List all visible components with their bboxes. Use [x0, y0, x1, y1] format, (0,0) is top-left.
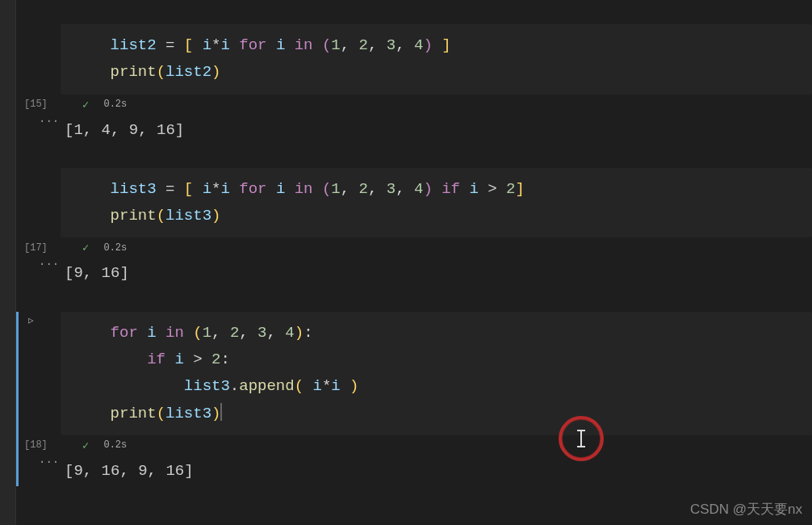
- cell-status: [17] ✓ 0.2s: [24, 237, 812, 258]
- watermark: CSDN @天天要nx: [690, 500, 802, 519]
- cell-status: [18] ✓ 0.2s: [24, 435, 812, 456]
- execution-count: [18]: [24, 439, 47, 451]
- success-icon: ✓: [82, 98, 89, 111]
- cell-status: [15] ✓ 0.2s: [24, 94, 812, 115]
- run-cell-icon[interactable]: ▷: [28, 315, 34, 326]
- execution-count: [17]: [24, 242, 47, 254]
- code-block[interactable]: list2 = [ i*i for i in (1, 2, 3, 4) ] pr…: [61, 24, 812, 94]
- duration-label: 0.2s: [103, 99, 127, 110]
- execution-count: [15]: [24, 99, 47, 110]
- notebook-editor: list2 = [ i*i for i in (1, 2, 3, 4) ] pr…: [16, 0, 812, 525]
- cell-output: [9, 16]: [65, 258, 812, 288]
- success-icon: ✓: [82, 241, 89, 254]
- cell-output: [1, 4, 9, 16]: [65, 115, 812, 145]
- more-icon[interactable]: ···: [39, 456, 59, 468]
- duration-label: 0.2s: [103, 439, 127, 451]
- code-block[interactable]: list3 = [ i*i for i in (1, 2, 3, 4) if i…: [61, 168, 812, 238]
- more-icon[interactable]: ···: [39, 258, 59, 271]
- cell-output: [9, 16, 9, 16]: [65, 456, 812, 486]
- notebook-cell[interactable]: list3 = [ i*i for i in (1, 2, 3, 4) if i…: [16, 168, 812, 289]
- duration-label: 0.2s: [103, 242, 127, 254]
- success-icon: ✓: [82, 439, 89, 452]
- notebook-cell[interactable]: list2 = [ i*i for i in (1, 2, 3, 4) ] pr…: [16, 0, 812, 145]
- more-icon[interactable]: ···: [39, 115, 59, 128]
- code-block[interactable]: for i in (1, 2, 3, 4): if i > 2: list3.a…: [61, 312, 812, 435]
- activity-bar[interactable]: [0, 0, 16, 525]
- notebook-cell-active[interactable]: ▷ for i in (1, 2, 3, 4): if i > 2: list3…: [16, 312, 812, 486]
